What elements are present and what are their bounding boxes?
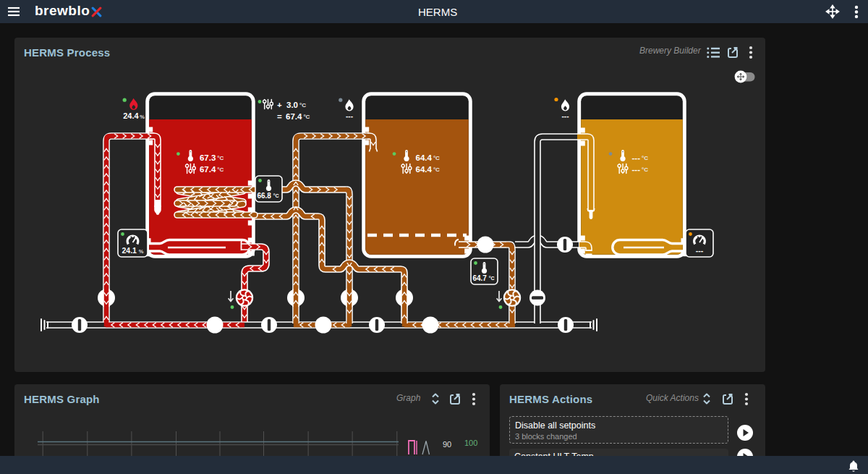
svg-text:90: 90	[443, 440, 451, 449]
svg-text:100: 100	[464, 439, 477, 447]
